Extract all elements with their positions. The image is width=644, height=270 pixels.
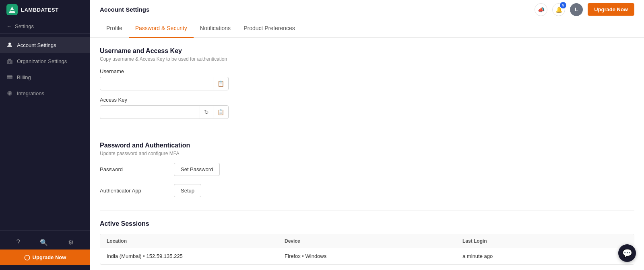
sidebar: LAMBDATEST ← Settings Account Settings O… [0, 0, 90, 270]
sidebar-item-integrations[interactable]: Integrations [0, 85, 90, 101]
section-divider-2 [100, 210, 634, 211]
user-circle-icon [6, 42, 13, 48]
username-label: Username [100, 68, 634, 74]
credit-card-icon [6, 74, 13, 80]
sidebar-nav: Account Settings Organization Settings B… [0, 34, 90, 230]
access-key-input[interactable] [100, 106, 200, 119]
sidebar-upgrade-button[interactable]: ◯ Upgrade Now [0, 250, 90, 265]
username-input-wrapper: 📋 [100, 77, 229, 90]
copy-username-button[interactable]: 📋 [213, 77, 228, 90]
active-sessions-section: Active Sessions Location Device Last Log… [100, 220, 634, 265]
page-title: Account Settings [100, 6, 149, 13]
notifications-button[interactable]: 🔔 5 [552, 3, 565, 16]
announcement-button[interactable]: 📣 [535, 3, 547, 16]
table-row: India (Mumbai) • 152.59.135.225 Firefox … [100, 248, 634, 264]
password-field-row: Password Set Password [100, 163, 634, 176]
lambdatest-logo-icon [6, 4, 18, 15]
regenerate-access-key-button[interactable]: ↻ [200, 106, 213, 119]
sidebar-item-label: Billing [17, 74, 31, 80]
header-actions: 📣 🔔 5 L Upgrade Now [535, 3, 634, 16]
header: Account Settings 📣 🔔 5 L Upgrade Now [90, 0, 644, 19]
tabs-bar: Profile Password & Security Notification… [90, 19, 644, 38]
sidebar-logo: LAMBDATEST [0, 0, 90, 19]
username-field-group: Username 📋 [100, 68, 634, 90]
sessions-table: Location Device Last Login India (Mumbai… [100, 234, 634, 265]
access-key-input-wrapper: ↻ 📋 [100, 105, 229, 119]
sidebar-item-organization-settings[interactable]: Organization Settings [0, 53, 90, 69]
building-icon [6, 58, 13, 64]
tab-profile-label: Profile [106, 25, 122, 31]
svg-rect-13 [9, 94, 10, 95]
refresh-icon: ↻ [204, 109, 209, 115]
notification-badge: 5 [560, 2, 566, 8]
plug-icon [6, 90, 13, 96]
tab-product-preferences[interactable]: Product Preferences [237, 19, 301, 38]
sidebar-back-label: Settings [15, 23, 34, 29]
svg-point-1 [8, 43, 11, 45]
copy-icon: 📋 [217, 80, 224, 87]
password-auth-section: Password and Authentication Update passw… [100, 142, 634, 197]
search-icon[interactable]: 🔍 [40, 239, 48, 246]
active-sessions-title: Active Sessions [100, 220, 634, 227]
help-icon[interactable]: ? [17, 239, 20, 246]
tab-notifications[interactable]: Notifications [194, 19, 237, 38]
copy-access-key-button[interactable]: 📋 [213, 106, 228, 119]
tab-password-security[interactable]: Password & Security [129, 19, 194, 38]
set-password-button[interactable]: Set Password [174, 163, 220, 176]
authenticator-label: Authenticator App [100, 188, 164, 194]
content-area: Username and Access Key Copy username & … [90, 38, 644, 270]
svg-rect-4 [9, 61, 10, 63]
gear-icon[interactable]: ⚙ [68, 239, 74, 246]
copy-icon: 📋 [217, 109, 224, 115]
chat-icon: 💬 [622, 248, 632, 258]
svg-rect-11 [9, 91, 10, 93]
tab-password-security-label: Password & Security [135, 25, 187, 31]
svg-rect-3 [8, 59, 11, 60]
tab-profile[interactable]: Profile [100, 19, 129, 38]
main-content: Account Settings 📣 🔔 5 L Upgrade Now Pro… [90, 0, 644, 270]
username-access-key-subtitle: Copy username & Access Key to be used fo… [100, 56, 634, 62]
chevron-left-icon: ← [6, 23, 12, 29]
access-key-label: Access Key [100, 97, 634, 103]
sidebar-item-label: Integrations [17, 90, 44, 96]
tab-notifications-label: Notifications [200, 25, 231, 31]
authenticator-field-row: Authenticator App Setup [100, 184, 634, 197]
svg-rect-12 [10, 91, 11, 93]
svg-rect-5 [10, 61, 11, 62]
sidebar-bottom-icons: ? 🔍 ⚙ [0, 235, 90, 250]
avatar-letter: L [575, 6, 578, 12]
sidebar-item-billing[interactable]: Billing [0, 69, 90, 85]
password-auth-title: Password and Authentication [100, 142, 634, 149]
avatar[interactable]: L [570, 3, 583, 16]
logo-text: LAMBDATEST [21, 7, 59, 13]
sidebar-back-button[interactable]: ← Settings [0, 19, 90, 34]
setup-authenticator-button[interactable]: Setup [174, 184, 201, 197]
sidebar-item-label: Account Settings [17, 42, 56, 48]
header-upgrade-button[interactable]: Upgrade Now [588, 3, 634, 16]
sessions-table-header: Location Device Last Login [100, 234, 634, 248]
sidebar-item-account-settings[interactable]: Account Settings [0, 37, 90, 53]
announcement-icon: 📣 [538, 6, 545, 13]
password-label: Password [100, 166, 164, 172]
username-input[interactable] [100, 78, 213, 90]
svg-rect-9 [8, 78, 9, 78]
password-auth-subtitle: Update password and configure MFA [100, 151, 634, 156]
section-divider-1 [100, 132, 634, 132]
username-access-key-title: Username and Access Key [100, 47, 634, 55]
tab-product-preferences-label: Product Preferences [244, 25, 295, 31]
sessions-col-device: Device [278, 234, 456, 248]
sessions-cell-location: India (Mumbai) • 152.59.135.225 [100, 248, 278, 264]
svg-rect-6 [8, 61, 8, 62]
username-access-key-section: Username and Access Key Copy username & … [100, 47, 634, 119]
sessions-cell-device: Firefox • Windows [278, 248, 456, 264]
sessions-cell-last-login: a minute ago [456, 248, 634, 264]
sessions-col-last-login: Last Login [456, 234, 634, 248]
sidebar-item-label: Organization Settings [17, 58, 67, 64]
chat-bubble-button[interactable]: 💬 [618, 244, 636, 262]
upgrade-circle-icon: ◯ [24, 254, 30, 260]
sidebar-bottom: ? 🔍 ⚙ ◯ Upgrade Now [0, 230, 90, 270]
sessions-col-location: Location [100, 234, 278, 248]
sidebar-upgrade-label: Upgrade Now [33, 254, 66, 260]
svg-rect-8 [7, 76, 12, 77]
access-key-field-group: Access Key ↻ 📋 [100, 97, 634, 119]
